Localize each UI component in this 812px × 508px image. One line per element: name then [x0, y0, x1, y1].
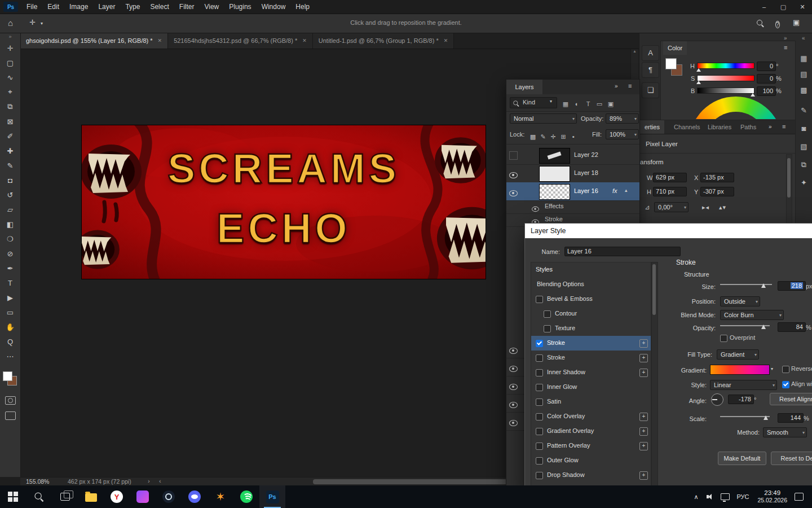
add-instance-icon[interactable]: +: [639, 369, 648, 377]
menu-plugins[interactable]: Plugins: [224, 0, 256, 14]
x-field[interactable]: -135 px: [700, 173, 734, 182]
visibility-toggle[interactable]: [509, 151, 518, 160]
hand-tool[interactable]: ✋: [0, 319, 20, 334]
width-field[interactable]: 629 px: [653, 173, 687, 182]
tray-chevron-up-icon[interactable]: ∧: [689, 485, 703, 508]
dialog-titlebar[interactable]: Layer Style: [525, 224, 812, 238]
type-tool[interactable]: T: [0, 275, 20, 290]
hue-value-field[interactable]: 0: [757, 62, 776, 71]
lock-position-icon[interactable]: ✛: [548, 131, 558, 141]
marquee-tool[interactable]: ▢: [0, 55, 20, 70]
style-stroke-2[interactable]: Stroke+: [531, 351, 651, 365]
menu-type[interactable]: Type: [120, 0, 145, 14]
lasso-tool[interactable]: ∿: [0, 70, 20, 85]
lock-pixels-icon[interactable]: ✎: [538, 131, 548, 141]
style-inner-glow[interactable]: Inner Glow: [531, 380, 651, 395]
language-indicator[interactable]: РУС: [732, 485, 753, 508]
lock-all-icon[interactable]: ▪: [568, 131, 579, 141]
lock-transparency-icon[interactable]: ▩: [528, 131, 538, 141]
lock-artboard-icon[interactable]: ⊞: [558, 131, 568, 141]
quick-mask-button[interactable]: [5, 396, 16, 405]
filter-shape-icon[interactable]: ▭: [594, 98, 604, 108]
swatches-panel-icon[interactable]: ▦: [797, 52, 811, 65]
visibility-eye-icon[interactable]: [509, 366, 518, 372]
filter-pixel-icon[interactable]: ▦: [561, 98, 571, 108]
strip-collapse-icon[interactable]: «: [802, 35, 805, 41]
visibility-eye-icon[interactable]: [509, 172, 518, 178]
flip-horizontal-icon[interactable]: ▸◂: [702, 204, 709, 211]
blur-tool[interactable]: ❍: [0, 231, 20, 246]
reset-to-default-button[interactable]: Reset to Default: [771, 452, 812, 465]
foreground-color-swatch[interactable]: [3, 371, 12, 381]
color-panel-menu-icon[interactable]: ≡: [784, 44, 787, 51]
edit-toolbar-button[interactable]: ⋯: [0, 349, 20, 364]
brushes-panel-icon[interactable]: ✎: [797, 104, 811, 117]
brightness-value-field[interactable]: 100: [757, 86, 776, 96]
angle-dial[interactable]: [711, 393, 723, 406]
layers-menu-icon[interactable]: ≡: [628, 82, 632, 89]
gradient-swatch[interactable]: [710, 365, 770, 375]
style-dropdown[interactable]: Linear▾: [710, 380, 777, 390]
layer-name-input[interactable]: Layer 16: [564, 247, 681, 256]
fill-dropdown[interactable]: 100%▾: [606, 129, 639, 139]
checkbox[interactable]: [536, 443, 543, 450]
style-gradient-overlay[interactable]: Gradient Overlay+: [531, 424, 651, 439]
layer-row-22[interactable]: Layer 22: [506, 146, 639, 165]
method-dropdown[interactable]: Smooth▾: [763, 427, 807, 437]
checkbox[interactable]: [536, 354, 543, 362]
style-pattern-overlay[interactable]: Pattern Overlay+: [531, 439, 651, 453]
foreground-color-swatch[interactable]: [665, 58, 677, 69]
properties-menu-icon[interactable]: ≡: [782, 123, 785, 130]
checkbox[interactable]: [544, 325, 551, 332]
style-contour[interactable]: Contour: [531, 306, 651, 321]
checkbox-checked[interactable]: [536, 340, 543, 347]
checkbox[interactable]: [544, 310, 551, 318]
make-default-button[interactable]: Make Default: [718, 452, 766, 465]
size-slider[interactable]: [720, 281, 772, 288]
layer-row-18[interactable]: Layer 18: [506, 164, 639, 183]
eraser-tool[interactable]: ▱: [0, 202, 20, 217]
eyedropper-tool[interactable]: ✐: [0, 129, 20, 143]
add-instance-icon[interactable]: +: [639, 427, 648, 436]
filter-adjustment-icon[interactable]: ◐: [572, 98, 582, 108]
add-instance-icon[interactable]: +: [639, 339, 648, 348]
visibility-eye-icon[interactable]: [532, 207, 539, 212]
color-panel-tab[interactable]: Color: [663, 41, 687, 55]
style-color-overlay[interactable]: Color Overlay+: [531, 409, 651, 424]
libraries-strip-icon[interactable]: ▧: [797, 140, 811, 154]
status-arrow-icon[interactable]: ‹: [159, 478, 161, 484]
document-tab-2[interactable]: 521654hdsjhs54312.psd @ 66,7% (RGB/8) * …: [168, 33, 313, 49]
adjustments-panel-icon[interactable]: ▤: [797, 68, 811, 81]
gradient-dropdown-icon[interactable]: ▾: [771, 366, 773, 371]
menu-image[interactable]: Image: [64, 0, 93, 14]
menu-select[interactable]: Select: [145, 0, 174, 14]
menu-layer[interactable]: Layer: [93, 0, 120, 14]
notification-center-icon[interactable]: [792, 485, 806, 508]
brush-tool[interactable]: ✎: [0, 158, 20, 173]
fill-type-dropdown[interactable]: Gradient▾: [717, 349, 759, 360]
reset-alignment-button[interactable]: Reset Alignment: [770, 393, 812, 405]
checkbox[interactable]: [536, 384, 543, 391]
zoom-level-field[interactable]: 155.08%: [26, 478, 49, 485]
color-spectrum-ramp[interactable]: [689, 97, 783, 119]
checkbox[interactable]: [536, 296, 543, 303]
menu-filter[interactable]: Filter: [174, 0, 200, 14]
filter-type-icon[interactable]: T: [583, 98, 593, 108]
fx-badge[interactable]: fx: [612, 187, 617, 194]
shape-tool[interactable]: ▭: [0, 305, 20, 319]
style-texture[interactable]: Texture: [531, 321, 651, 336]
tab-channels[interactable]: Channels: [669, 120, 704, 134]
start-button[interactable]: [0, 485, 26, 508]
menu-view[interactable]: View: [199, 0, 224, 14]
style-inner-shadow[interactable]: Inner Shadow+: [531, 365, 651, 380]
file-explorer-button[interactable]: [78, 485, 104, 508]
layer-thumbnail[interactable]: [539, 148, 570, 164]
style-satin[interactable]: Satin: [531, 395, 651, 409]
tab-close-icon[interactable]: ✕: [158, 38, 162, 43]
layer-filter-dropdown[interactable]: Kind ▾: [510, 97, 557, 108]
menu-help[interactable]: Help: [290, 0, 315, 14]
paragraph-panel-icon[interactable]: ¶: [642, 62, 659, 78]
tab-paths[interactable]: Paths: [736, 120, 761, 134]
align-with-layer-checkbox[interactable]: [782, 381, 789, 388]
dodge-tool[interactable]: ⊘: [0, 246, 20, 261]
